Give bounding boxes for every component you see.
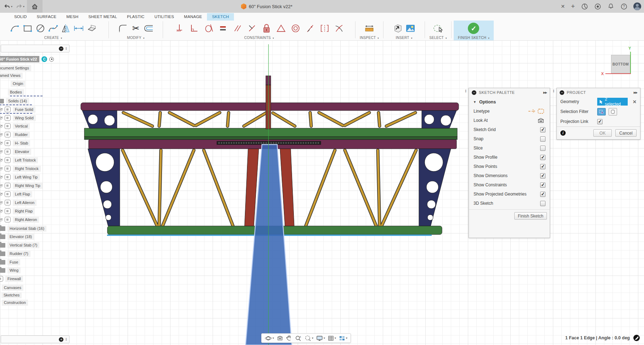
measure-tool-icon[interactable] [364,22,375,35]
lock-constraint-icon[interactable] [261,22,272,35]
browser-item-elevator-folder[interactable]: Elevator (18) [0,233,34,240]
create-group-label[interactable]: CREATE ▾ [44,36,62,40]
equal-constraint-icon[interactable] [217,22,229,35]
browser-item-rudder-folder[interactable]: Rudder (7) [0,250,30,257]
clear-selection-icon[interactable]: ✕ [633,99,637,104]
collinear-constraint-icon[interactable] [246,22,258,35]
slice-checkbox[interactable] [540,146,545,151]
browser-item-right-aileron[interactable]: Right Aileron [0,216,39,223]
browser-item-sketches[interactable]: Sketches [1,292,22,299]
profile-avatar[interactable] [633,2,641,10]
spline-tool-icon[interactable] [47,22,59,35]
tab-plastic[interactable]: PLASTIC [122,13,149,21]
view-cube-face[interactable]: BOTTOM [611,55,630,73]
parallel-constraint-icon[interactable] [232,22,243,35]
constraints-group-label[interactable]: CONSTRAINTS ▾ [244,36,274,40]
add-tab-icon[interactable]: + [571,2,575,10]
collapse-icon[interactable]: − [472,90,476,95]
visibility-icon[interactable] [0,218,2,221]
show-projected-geometries-checkbox[interactable] [540,192,545,197]
collapse-icon[interactable]: − [59,46,63,51]
visibility-icon[interactable] [0,184,2,187]
visibility-icon[interactable] [0,193,2,196]
show-points-checkbox[interactable] [540,164,545,169]
browser-item-bodies[interactable]: Bodies [8,89,24,96]
visibility-icon[interactable] [0,142,2,145]
fix-constraint-icon[interactable] [174,22,185,35]
browser-item-named-views[interactable]: Named Views [0,72,23,79]
browser-item-right-wing-tip[interactable]: Right Wing Tip [0,182,43,189]
dimension-tool-icon[interactable] [73,22,84,35]
finish-sketch-icon[interactable]: ✓ [468,23,479,34]
sketch-palette-header[interactable]: − SKETCH PALETTE ▶▶ [469,88,550,97]
browser-item-vertical[interactable]: Vertical [0,123,30,130]
pan-icon[interactable] [285,334,293,342]
look-at-icon[interactable] [276,335,284,342]
browser-root-item[interactable]: 60" Fusion Stick v22 C [0,56,54,63]
job-status-icon[interactable] [633,335,640,341]
cloud-sync-icon[interactable]: C [41,56,47,62]
browser-item-firewall[interactable]: Firewall [0,275,23,282]
browser-item-fuse-solid[interactable]: Fuse Solid [0,106,35,113]
visibility-icon[interactable] [0,108,2,111]
cancel-button[interactable]: Cancel [615,129,637,137]
visibility-icon[interactable] [0,117,2,120]
collapse-icon[interactable]: − [560,90,564,95]
browser-item-solids[interactable]: Solids (14) [0,97,29,104]
geometry-selected-button[interactable]: 2 selected [597,98,628,106]
curvature-constraint-icon[interactable] [334,22,345,35]
viewports-icon[interactable]: ▾ [338,335,348,342]
visibility-icon[interactable] [0,159,2,162]
tab-manage[interactable]: MANAGE [179,13,207,21]
notifications-icon[interactable] [607,3,614,10]
browser-collapse-bar[interactable]: − ‖ [1,45,69,52]
undo-icon[interactable]: ▾ [3,1,13,11]
finish-sketch-group[interactable]: ✓ FINISH SKETCH ▾ [454,21,494,40]
project-grip[interactable]: ‖ [553,89,554,93]
centerline-linetype-icon[interactable] [527,108,536,114]
concentric-constraint-icon[interactable] [290,22,301,35]
look-at-icon[interactable] [536,117,545,124]
tangent-constraint-icon[interactable] [203,22,214,35]
visibility-icon[interactable] [0,125,2,128]
browser-item-h-stab[interactable]: H- Stab [0,140,30,147]
insert-derive-icon[interactable] [392,22,403,35]
orbit-icon[interactable]: ▾ [264,334,275,342]
browser-item-rudder[interactable]: Rudder [0,131,30,138]
zoom-icon[interactable]: ± [294,334,303,342]
midpoint-constraint-icon[interactable] [304,22,316,35]
tab-sheet-metal[interactable]: SHEET METAL [83,13,122,21]
tab-sketch[interactable]: SKETCH [207,13,234,21]
palette-grip[interactable]: ‖ [465,89,466,93]
grid-settings-icon[interactable]: ▾ [327,335,337,342]
redo-icon[interactable]: ▾ [15,1,26,11]
triangle-constraint-icon[interactable] [275,22,287,35]
browser-item-elevator[interactable]: Elevator [0,148,31,155]
construction-linetype-icon[interactable] [536,108,545,114]
browser-item-construction[interactable]: Construction [2,299,28,306]
ok-button[interactable]: OK [593,129,612,137]
browser-item-right-tristock[interactable]: Right Tristock [0,165,41,172]
arc-tool-icon[interactable] [9,22,21,35]
browser-item-left-aileron[interactable]: Left Aileron [0,199,37,206]
filter-bodies-button[interactable] [609,108,617,115]
visibility-icon[interactable] [0,176,2,179]
activate-radio-icon[interactable] [49,57,54,62]
browser-item-right-flap[interactable]: Right Flap [0,208,35,215]
expand-panel-icon[interactable]: ▶▶ [543,91,547,94]
browser-item-left-flap[interactable]: Left Flap [0,191,32,198]
visibility-icon[interactable] [0,133,2,136]
show-constraints-checkbox[interactable] [540,182,545,188]
options-section-header[interactable]: ▼ Options [469,97,550,107]
browser-item-horizontal-stab[interactable]: Horizontal Stab (16) [0,225,46,232]
browser-item-vertical-stab[interactable]: Vertical Stab (7) [0,242,39,249]
fillet-tool-icon[interactable] [117,22,129,35]
select-tool-icon[interactable] [432,22,444,35]
snap-checkbox[interactable] [540,136,545,142]
expand-panel-icon[interactable]: ▶▶ [634,91,637,94]
browser-item-origin[interactable]: Origin [11,80,25,87]
info-icon[interactable]: i [560,130,566,136]
tab-solid[interactable]: SOLID [9,13,32,21]
tab-mesh[interactable]: MESH [61,13,83,21]
projection-link-checkbox[interactable] [597,119,603,124]
